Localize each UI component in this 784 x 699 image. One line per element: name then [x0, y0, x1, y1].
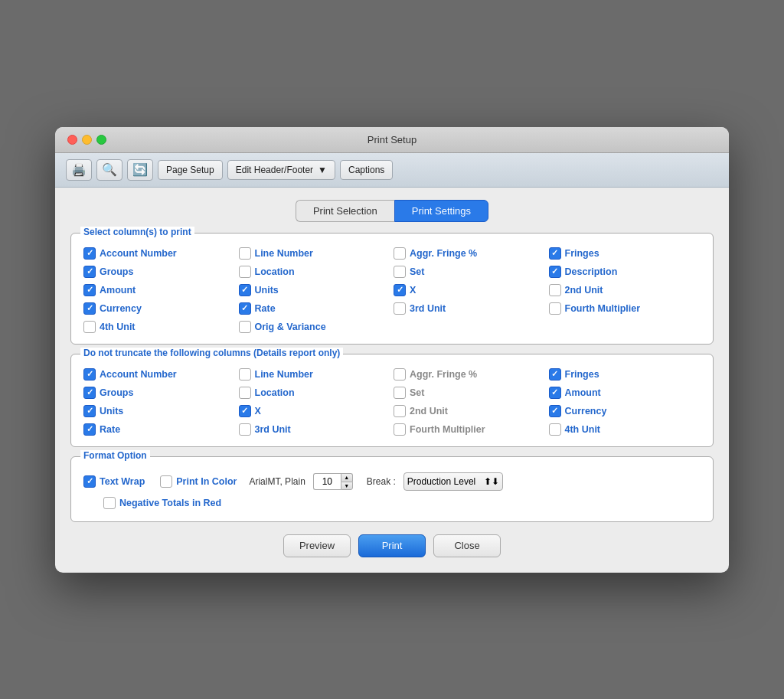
nt-cb-units[interactable]	[83, 405, 96, 417]
nt-cb-rate[interactable]	[83, 423, 96, 436]
nt-col-units[interactable]: Units	[83, 405, 236, 417]
cb-print-in-color[interactable]	[160, 475, 172, 488]
print-icon-button[interactable]: 🖨️	[66, 159, 92, 181]
cb-groups[interactable]	[83, 266, 96, 278]
font-size-input[interactable]	[313, 473, 341, 490]
break-select[interactable]: Production Level ⬆⬇	[403, 472, 503, 491]
format-row-2: Negative Totals in Red	[83, 497, 701, 509]
cb-4th-unit[interactable]	[83, 321, 96, 333]
col-currency[interactable]: Currency	[83, 302, 236, 315]
dropdown-arrow-icon: ▼	[318, 165, 327, 175]
cb-aggr-fringe[interactable]	[394, 247, 406, 260]
col-x[interactable]: X	[394, 284, 546, 296]
nt-cb-amount[interactable]	[549, 387, 561, 399]
nt-cb-set[interactable]	[394, 387, 406, 399]
col-groups[interactable]: Groups	[83, 266, 236, 278]
nt-col-rate[interactable]: Rate	[83, 423, 236, 436]
cb-negative-totals[interactable]	[103, 497, 116, 509]
cb-amount[interactable]	[83, 284, 96, 296]
nt-col-4th-unit[interactable]: 4th Unit	[549, 423, 701, 436]
close-button-bottom[interactable]: Close	[433, 534, 501, 557]
nt-col-location[interactable]: Location	[239, 387, 391, 399]
edit-header-footer-button[interactable]: Edit Header/Footer ▼	[227, 160, 335, 180]
negative-totals-option[interactable]: Negative Totals in Red	[103, 497, 221, 509]
cb-description[interactable]	[549, 266, 561, 278]
col-aggr-fringe[interactable]: Aggr. Fringe %	[394, 247, 546, 260]
cb-units[interactable]	[239, 284, 251, 296]
nt-col-fourth-multiplier[interactable]: Fourth Multiplier	[394, 423, 546, 436]
cb-location[interactable]	[239, 266, 251, 278]
preview-button[interactable]: Preview	[283, 534, 351, 557]
nt-cb-location[interactable]	[239, 387, 251, 399]
nt-col-line-number[interactable]: Line Number	[239, 368, 391, 381]
maximize-button[interactable]	[96, 135, 106, 145]
font-size-up-button[interactable]: ▲	[341, 473, 353, 482]
nt-col-groups[interactable]: Groups	[83, 387, 236, 399]
col-description[interactable]: Description	[549, 266, 701, 278]
cb-orig-variance[interactable]	[239, 321, 251, 333]
window-title: Print Setup	[368, 134, 416, 145]
text-wrap-option[interactable]: Text Wrap	[83, 475, 145, 488]
nt-col-aggr-fringe[interactable]: Aggr. Fringe %	[394, 368, 546, 381]
no-truncate-section: Do not truncate the following columns (D…	[70, 354, 714, 447]
col-fourth-multiplier[interactable]: Fourth Multiplier	[549, 302, 701, 315]
nt-col-currency[interactable]: Currency	[549, 405, 701, 417]
nt-cb-line-number[interactable]	[239, 368, 251, 381]
refresh-icon-button[interactable]: 🔄	[127, 159, 153, 181]
captions-button[interactable]: Captions	[340, 160, 393, 180]
search-icon-button[interactable]: 🔍	[96, 159, 122, 181]
nt-col-fringes[interactable]: Fringes	[549, 368, 701, 381]
font-size-down-button[interactable]: ▼	[341, 482, 353, 490]
col-3rd-unit[interactable]: 3rd Unit	[394, 302, 546, 315]
cb-3rd-unit[interactable]	[394, 302, 406, 315]
close-button[interactable]	[67, 135, 77, 145]
tab-print-selection[interactable]: Print Selection	[296, 200, 394, 222]
col-line-number[interactable]: Line Number	[239, 247, 391, 260]
col-rate[interactable]: Rate	[239, 302, 391, 315]
print-button[interactable]: Print	[358, 534, 426, 557]
title-bar: Print Setup	[55, 127, 729, 153]
nt-cb-account-number[interactable]	[83, 368, 96, 381]
nt-cb-3rd-unit[interactable]	[239, 423, 251, 436]
nt-cb-2nd-unit[interactable]	[394, 405, 406, 417]
cb-account-number[interactable]	[83, 247, 96, 260]
cb-set[interactable]	[394, 266, 406, 278]
col-amount[interactable]: Amount	[83, 284, 236, 296]
page-setup-button[interactable]: Page Setup	[158, 160, 223, 180]
nt-cb-groups[interactable]	[83, 387, 96, 399]
nt-col-x[interactable]: X	[239, 405, 391, 417]
cb-fringes[interactable]	[549, 247, 561, 260]
nt-cb-fourth-multiplier[interactable]	[394, 423, 406, 436]
col-fringes[interactable]: Fringes	[549, 247, 701, 260]
col-location[interactable]: Location	[239, 266, 391, 278]
nt-cb-x[interactable]	[239, 405, 251, 417]
cb-text-wrap[interactable]	[83, 475, 96, 488]
font-size-spinner: ▲ ▼	[341, 473, 353, 490]
minimize-button[interactable]	[82, 135, 92, 145]
nt-cb-aggr-fringe[interactable]	[394, 368, 406, 381]
nt-col-account-number[interactable]: Account Number	[83, 368, 236, 381]
col-2nd-unit[interactable]: 2nd Unit	[549, 284, 701, 296]
nt-cb-fringes[interactable]	[549, 368, 561, 381]
cb-line-number[interactable]	[239, 247, 251, 260]
nt-cb-currency[interactable]	[549, 405, 561, 417]
nt-col-set[interactable]: Set	[394, 387, 546, 399]
cb-2nd-unit[interactable]	[549, 284, 561, 296]
print-in-color-option[interactable]: Print In Color	[160, 475, 237, 488]
col-units[interactable]: Units	[239, 284, 391, 296]
cb-x[interactable]	[394, 284, 406, 296]
nt-col-2nd-unit[interactable]: 2nd Unit	[394, 405, 546, 417]
nt-cb-4th-unit[interactable]	[549, 423, 561, 436]
cb-fourth-multiplier[interactable]	[549, 302, 561, 315]
nt-col-3rd-unit[interactable]: 3rd Unit	[239, 423, 391, 436]
format-section: Format Option Text Wrap Print In Color A…	[70, 456, 714, 522]
cb-currency[interactable]	[83, 302, 96, 315]
col-orig-variance[interactable]: Orig & Variance	[239, 321, 391, 333]
col-set[interactable]: Set	[394, 266, 546, 278]
col-account-number[interactable]: Account Number	[83, 247, 236, 260]
nt-col-amount[interactable]: Amount	[549, 387, 701, 399]
tab-print-settings[interactable]: Print Settings	[394, 200, 488, 222]
cb-rate[interactable]	[239, 302, 251, 315]
break-label: Break :	[367, 476, 396, 487]
col-4th-unit[interactable]: 4th Unit	[83, 321, 236, 333]
